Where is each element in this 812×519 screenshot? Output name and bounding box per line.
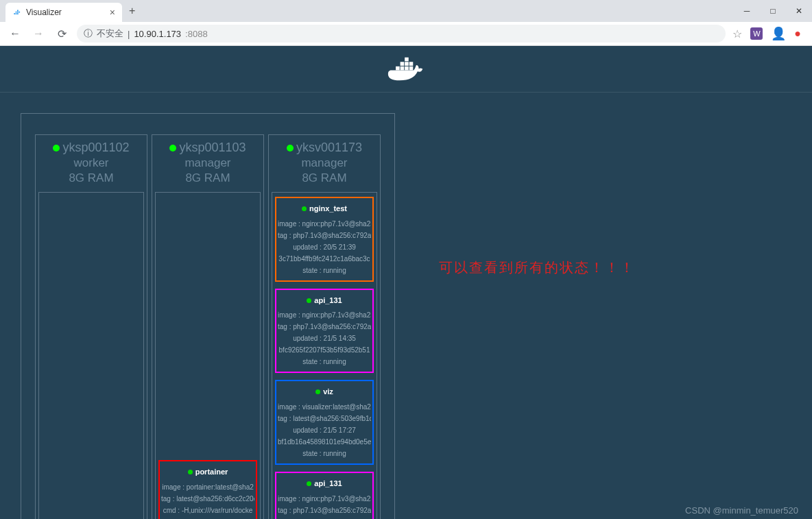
container-updated: updated : 21/5 17:27 — [278, 424, 371, 436]
page-header — [0, 46, 812, 93]
container-tag: tag : php7.1v3@sha256:c792a — [278, 321, 371, 333]
tab-close-icon[interactable]: × — [110, 7, 115, 18]
container-name: nginx_test — [278, 202, 371, 215]
node-name: yksp001102 — [36, 141, 147, 155]
status-dot-icon — [307, 298, 311, 303]
node-body — [38, 192, 144, 519]
back-button[interactable]: ← — [7, 25, 23, 42]
nodes-container: yksp001102 worker 8G RAM yksp001103 mana… — [21, 113, 395, 519]
node-body: nginx_testimage : nginx:php7.1v3@sha25ta… — [272, 192, 377, 519]
container-updated: updated : 21/5 14:40 — [278, 516, 371, 519]
node-ram: 8G RAM — [152, 171, 263, 185]
toolbar-right: ☆ W 👤 ● — [732, 26, 805, 41]
docker-logo — [387, 55, 425, 84]
new-tab-button[interactable]: + — [122, 5, 142, 17]
status-dot-icon — [307, 481, 311, 486]
status-dot-icon — [302, 206, 307, 211]
container-name: viz — [278, 385, 371, 398]
container-updated: updated : 21/5 16:30 — [161, 516, 254, 519]
node-role: manager — [152, 156, 263, 170]
svg-rect-6 — [409, 62, 414, 66]
profile-icon[interactable]: 👤 — [771, 26, 786, 41]
container-updated: updated : 21/5 14:35 — [278, 333, 371, 344]
page-viewport[interactable]: yksp001102 worker 8G RAM yksp001103 mana… — [0, 46, 812, 519]
node-header: yksv001173 manager 8G RAM — [269, 135, 380, 189]
svg-rect-0 — [396, 66, 400, 70]
node-column: yksv001173 manager 8G RAMnginx_testimage… — [268, 134, 381, 519]
extension-icon[interactable]: W — [750, 27, 763, 40]
node-column: yksp001103 manager 8G RAMportainerimage … — [152, 134, 264, 519]
node-header: yksp001102 worker 8G RAM — [36, 135, 147, 189]
address-bar: ← → ⟳ ⓘ 不安全 | 10.90.1.173:8088 ☆ W 👤 ● — [0, 22, 812, 45]
node-body: portainerimage : portainer:latest@sha2ta… — [155, 192, 261, 519]
minimize-button[interactable]: ─ — [734, 1, 760, 21]
container-card[interactable]: vizimage : visualizer:latest@sha2tag : l… — [275, 380, 374, 465]
maximize-button[interactable]: □ — [760, 1, 786, 21]
info-icon: ⓘ — [84, 27, 93, 40]
url-host: 10.90.1.173 — [134, 29, 181, 39]
reload-button[interactable]: ⟳ — [53, 25, 70, 42]
container-image: image : nginx:php7.1v3@sha25 — [278, 493, 371, 505]
svg-rect-7 — [405, 57, 409, 61]
docker-favicon — [12, 8, 22, 17]
container-tag: tag : latest@sha256:d6cc2c20c — [161, 493, 254, 505]
forward-button[interactable]: → — [30, 25, 47, 42]
node-role: worker — [36, 156, 147, 170]
svg-rect-1 — [401, 66, 405, 70]
container-name: portainer — [161, 466, 254, 479]
container-updated: updated : 20/5 21:39 — [278, 241, 371, 253]
container-card[interactable]: nginx_testimage : nginx:php7.1v3@sha25ta… — [275, 197, 374, 282]
svg-rect-4 — [401, 62, 405, 66]
container-card[interactable]: api_131image : nginx:php7.1v3@sha25tag :… — [275, 472, 374, 519]
security-warning: 不安全 — [97, 27, 123, 40]
tab-bar: Visualizer × + ─ □ ✕ — [0, 0, 812, 22]
node-name: yksv001173 — [269, 141, 380, 155]
status-dot-icon — [169, 145, 176, 152]
container-hash: bfc9265f2207f53b5f93d52b51 — [278, 344, 371, 356]
status-dot-icon — [53, 145, 60, 152]
svg-rect-5 — [405, 62, 409, 66]
node-ram: 8G RAM — [269, 171, 380, 185]
browser-tab[interactable]: Visualizer × — [5, 3, 122, 22]
container-tag: tag : latest@sha256:503e9fb1c — [278, 413, 371, 424]
node-name: yksp001103 — [152, 141, 263, 155]
container-state: state : running — [278, 356, 371, 367]
container-hash: 3c71bb4ffb9fc2412c1a6bac3c — [278, 253, 371, 265]
browser-chrome: Visualizer × + ─ □ ✕ ← → ⟳ ⓘ 不安全 | 10.90… — [0, 0, 812, 46]
node-column: yksp001102 worker 8G RAM — [35, 134, 147, 519]
container-state: state : running — [278, 448, 371, 459]
window-controls: ─ □ ✕ — [734, 1, 812, 21]
svg-rect-3 — [409, 66, 414, 70]
watermark: CSDN @minmin_temuer520 — [685, 505, 798, 516]
container-image: image : nginx:php7.1v3@sha25 — [278, 218, 371, 230]
container-tag: tag : php7.1v3@sha256:c792a — [278, 230, 371, 241]
container-hash: bf1db16a45898101e94bd0e5e — [278, 436, 371, 448]
tab-title: Visualizer — [26, 8, 62, 17]
status-dot-icon — [287, 145, 294, 152]
status-dot-icon — [315, 389, 320, 394]
node-header: yksp001103 manager 8G RAM — [152, 135, 263, 189]
container-tag: tag : php7.1v3@sha256:c792a — [278, 505, 371, 516]
container-cmd: cmd : -H,unix:///var/run/docke — [161, 505, 254, 516]
annotation-text: 可以查看到所有的状态！！！ — [439, 258, 635, 277]
container-card[interactable]: api_131image : nginx:php7.1v3@sha25tag :… — [275, 289, 374, 374]
container-name: api_131 — [278, 477, 371, 490]
node-role: manager — [269, 156, 380, 170]
node-ram: 8G RAM — [36, 171, 147, 185]
url-input[interactable]: ⓘ 不安全 | 10.90.1.173:8088 — [77, 25, 726, 43]
container-state: state : running — [278, 265, 371, 276]
status-dot-icon — [188, 470, 193, 474]
container-card[interactable]: portainerimage : portainer:latest@sha2ta… — [158, 460, 257, 519]
close-button[interactable]: ✕ — [786, 1, 812, 21]
svg-rect-2 — [405, 66, 409, 70]
container-image: image : visualizer:latest@sha2 — [278, 401, 371, 413]
menu-icon[interactable]: ● — [794, 27, 801, 40]
star-icon[interactable]: ☆ — [732, 27, 742, 40]
container-name: api_131 — [278, 294, 371, 307]
container-image: image : portainer:latest@sha2 — [161, 481, 254, 493]
container-image: image : nginx:php7.1v3@sha25 — [278, 309, 371, 321]
url-port: :8088 — [185, 29, 208, 39]
